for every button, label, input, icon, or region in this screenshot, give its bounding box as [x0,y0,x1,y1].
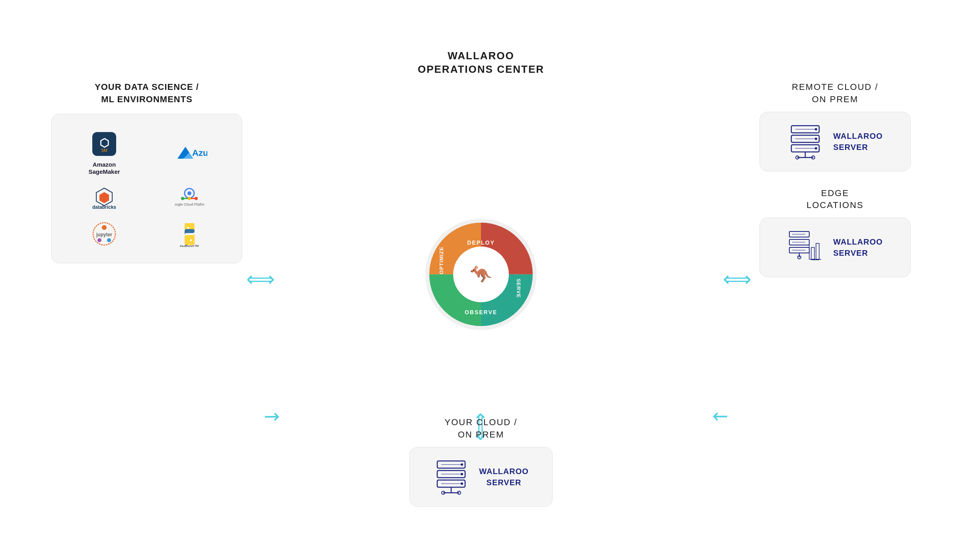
bottom-server-label: WALLAROO SERVER [479,466,529,488]
svg-text:databricks: databricks [92,204,116,209]
bottom-server-icon [433,457,469,497]
svg-point-23 [190,239,192,241]
arrow-left-horizontal: ⟺ [246,269,275,289]
svg-point-66 [461,482,463,485]
remote-cloud-server-box: WALLAROO SERVER [759,112,911,171]
center-title: WALLAROO OPERATIONS CENTER [418,49,544,76]
svg-point-60 [461,463,463,466]
diagram-container: WALLAROO OPERATIONS CENTER YOUR DATA SCI… [43,41,919,519]
logo-gcp: Google Cloud Platform [151,187,228,209]
svg-point-40 [815,147,817,150]
edge-server-icon [787,228,823,267]
jupyter-icon: jupyter [92,221,117,247]
edge-server-label: WALLAROO SERVER [833,236,883,259]
svg-point-15 [188,197,191,200]
remote-cloud-label: REMOTE CLOUD / ON PREM [759,81,911,106]
svg-point-19 [97,238,101,242]
ops-circle-section: 🦘 DEPLOY SERVE OBSERVE OPTIMIZE [421,215,541,336]
svg-rect-54 [816,243,819,259]
edge-locations-section: EDGE LOCATIONS [759,187,911,278]
remote-server-label: WALLAROO SERVER [833,130,883,153]
right-section: REMOTE CLOUD / ON PREM [759,81,911,277]
svg-marker-7 [99,192,109,203]
remote-cloud-section: REMOTE CLOUD / ON PREM [759,81,911,171]
python-icon: python™ [177,221,203,247]
svg-rect-53 [811,247,814,259]
left-section: YOUR DATA SCIENCE / ML ENVIRONMENTS ⬡ SM… [51,81,242,263]
svg-point-13 [181,197,184,200]
svg-text:Google Cloud Platform: Google Cloud Platform [175,202,204,206]
svg-text:SM: SM [101,148,107,153]
remote-server-icon [787,122,823,161]
arrow-diag-right: ↖ [706,402,733,430]
svg-text:OBSERVE: OBSERVE [465,309,497,315]
svg-point-22 [187,227,189,229]
svg-text:python™: python™ [179,244,199,247]
svg-point-20 [107,238,111,242]
svg-point-37 [815,138,817,140]
center-title-text: WALLAROO OPERATIONS CENTER [418,49,544,76]
bottom-section: YOUR CLOUD / ON PREM WALLAROO SERVER [409,416,553,507]
operations-wheel: 🦘 DEPLOY SERVE OBSERVE OPTIMIZE [421,215,541,334]
svg-text:OPTIMIZE: OPTIMIZE [438,247,444,274]
arrow-right-horizontal: ⟺ [723,269,752,289]
logo-amazon-sagemaker: ⬡ SM AmazonSageMaker [66,130,143,175]
svg-point-14 [195,197,198,200]
logo-jupyter: jupyter [66,221,143,247]
amazon-sagemaker-label: AmazonSageMaker [88,161,120,175]
svg-text:jupyter: jupyter [95,232,112,237]
svg-text:DEPLOY: DEPLOY [467,239,495,246]
azure-icon: Azure [171,145,207,161]
svg-text:Azure: Azure [192,148,207,158]
logo-azure: Azure [151,145,228,161]
gcp-icon: Google Cloud Platform [175,187,204,209]
svg-text:SERVE: SERVE [516,278,522,298]
bottom-label: YOUR CLOUD / ON PREM [409,416,553,441]
svg-text:⬡: ⬡ [99,137,109,149]
svg-point-63 [461,473,463,475]
svg-text:🦘: 🦘 [470,264,493,285]
bottom-server-box: WALLAROO SERVER [409,447,553,507]
ml-environments-box: ⬡ SM AmazonSageMaker Azure [51,114,242,263]
databricks-icon: databricks [88,187,120,209]
svg-point-34 [815,128,817,130]
left-section-title: YOUR DATA SCIENCE / ML ENVIRONMENTS [51,81,242,106]
svg-point-18 [102,225,107,230]
logo-python: python™ [151,221,228,247]
edge-locations-label: EDGE LOCATIONS [759,187,911,212]
arrow-diag-left: ↗ [259,402,286,430]
edge-server-box: WALLAROO SERVER [759,218,911,277]
amazon-sagemaker-icon: ⬡ SM [90,130,118,158]
svg-point-10 [187,191,191,195]
logo-databricks: databricks [66,187,143,209]
